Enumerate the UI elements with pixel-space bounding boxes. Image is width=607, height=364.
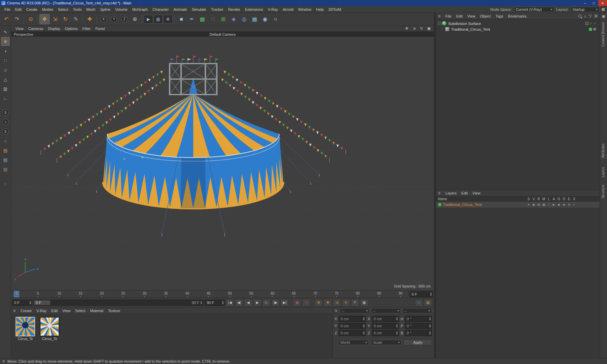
axis-mode-button[interactable]: ∟: [1, 94, 10, 102]
layer-stack-button[interactable]: ▤: [424, 299, 432, 306]
layer-toggle-manager-icon[interactable]: ▦: [541, 203, 546, 206]
spinner-icon[interactable]: [395, 316, 399, 322]
menu-extensions[interactable]: Extensions: [242, 6, 265, 12]
spinner-icon[interactable]: [28, 300, 32, 305]
spinner-icon[interactable]: [362, 323, 366, 329]
coord-header-dropdown-2[interactable]: --▾: [402, 308, 432, 313]
add-spline-button[interactable]: ✒: [187, 14, 197, 24]
mat-menu-create[interactable]: Create: [18, 309, 34, 313]
menu-edit[interactable]: Edit: [13, 6, 24, 12]
hamburger-icon[interactable]: ≡: [13, 308, 16, 313]
zoom-view-icon[interactable]: ⇲: [411, 26, 417, 31]
close-button[interactable]: ✕: [598, 0, 607, 6]
filter-icon[interactable]: ▽: [589, 14, 591, 18]
goto-end-button[interactable]: ▶|: [281, 299, 289, 306]
coord-field-size-x[interactable]: 0 cm: [372, 316, 399, 322]
mat-menu-select[interactable]: Select: [73, 309, 88, 313]
menu-mesh[interactable]: Mesh: [84, 6, 98, 12]
menu-spline[interactable]: Spline: [98, 6, 113, 12]
visibility-dot[interactable]: [593, 28, 596, 31]
add-subdivision-surface-button[interactable]: ▩: [197, 14, 207, 24]
add-panel-icon[interactable]: ⊞: [595, 14, 598, 18]
menu-file[interactable]: File: [2, 6, 13, 12]
coordinate-system-button[interactable]: ⊕: [130, 14, 140, 24]
layer-toggle-solo-icon[interactable]: ●: [526, 203, 531, 206]
object-row-subdivision-surface[interactable]: −Subdivision Surface✓✓: [436, 21, 600, 26]
menu-v-ray[interactable]: V-Ray: [265, 6, 280, 12]
ruler-track[interactable]: 051015202530354045505560657075808590: [12, 291, 408, 298]
side-tab-structure[interactable]: Structure: [601, 185, 605, 199]
hamburger-icon[interactable]: ≡: [335, 308, 337, 313]
layers-menu-layers[interactable]: Layers: [443, 191, 459, 195]
add-cube-button[interactable]: ■: [176, 14, 186, 24]
menu-create[interactable]: Create: [24, 6, 40, 12]
add-deformer-button[interactable]: ◈: [229, 14, 239, 24]
spinner-icon[interactable]: [429, 292, 433, 297]
coord-size-mode-select[interactable]: Scale▾: [371, 340, 402, 345]
menu-arnold[interactable]: Arnold: [280, 6, 296, 12]
material-thumbnail[interactable]: [40, 317, 59, 336]
add-array-button[interactable]: ∷: [208, 14, 218, 24]
enable-snapping-button[interactable]: ∩: [1, 136, 10, 145]
spinner-icon[interactable]: [395, 330, 399, 336]
timeline-ruler[interactable]: 051015202530354045505560657075808590 0 F: [11, 291, 434, 298]
maximize-view-icon[interactable]: ▣: [426, 26, 432, 31]
scale-key-toggle[interactable]: ⇲: [333, 299, 341, 306]
live-selection-button[interactable]: ⊙: [26, 14, 36, 24]
slider-handle[interactable]: 0 F: [34, 300, 50, 305]
parameter-key-toggle[interactable]: P: [351, 299, 359, 306]
om-menu-tags[interactable]: Tags: [493, 14, 505, 18]
om-menu-object[interactable]: Object: [478, 14, 493, 18]
next-frame-button[interactable]: ▷: [262, 299, 270, 306]
prev-key-button[interactable]: ◀|: [235, 299, 243, 306]
layer-toggle-render-icon[interactable]: ▤: [536, 203, 541, 206]
side-tab-layers[interactable]: Layers: [601, 167, 605, 177]
scale-tool-button[interactable]: ⇲: [50, 14, 60, 24]
menu-volume[interactable]: Volume: [113, 6, 130, 12]
layer-toggle-lock-icon[interactable]: □: [546, 203, 551, 206]
search-icon[interactable]: [578, 14, 581, 18]
panel-dock-icon[interactable]: ▣: [600, 13, 607, 19]
spinner-icon[interactable]: [221, 300, 225, 305]
mat-menu-edit[interactable]: Edit: [49, 309, 60, 313]
spinner-icon[interactable]: [362, 316, 366, 322]
node-space-select[interactable]: Current (V-Ray)▾: [514, 7, 554, 12]
mat-menu-material[interactable]: Material: [88, 309, 106, 313]
menu-select[interactable]: Select: [56, 6, 71, 12]
mat-menu-texture[interactable]: Texture: [106, 309, 122, 313]
add-tool-button[interactable]: ✚: [85, 14, 95, 24]
menu-simulate[interactable]: Simulate: [190, 6, 209, 12]
menu-render[interactable]: Render: [226, 6, 242, 12]
points-mode-button[interactable]: ∷: [1, 56, 10, 65]
side-tab-content-browser[interactable]: Content Browser: [601, 22, 605, 47]
rotate-view-icon[interactable]: ↻: [418, 26, 425, 31]
menu-tools[interactable]: Tools: [70, 6, 84, 12]
snap-auto-button[interactable]: S: [1, 127, 10, 136]
end-frame-field[interactable]: 90 F: [205, 300, 225, 306]
polygons-mode-button[interactable]: △: [1, 75, 10, 84]
slider-end[interactable]: 90 F‖: [192, 300, 202, 305]
coord-field-rotation-p[interactable]: 0 °: [405, 323, 432, 329]
layout-select[interactable]: Startup▾: [571, 7, 600, 12]
add-field-button[interactable]: ▦: [250, 14, 260, 24]
viewport-solo-button[interactable]: ◌: [1, 179, 10, 188]
layer-toggle-xref-icon[interactable]: ×: [572, 203, 577, 206]
vp-menu-display[interactable]: Display: [46, 27, 62, 31]
visibility-toggle[interactable]: [585, 22, 588, 25]
workplane-mode-button[interactable]: ▤: [1, 146, 10, 155]
rotation-key-toggle[interactable]: ↻: [342, 299, 350, 306]
coord-field-position-z[interactable]: 0 cm: [339, 330, 366, 336]
planar-workplane-button[interactable]: ▤: [1, 165, 10, 174]
lock-x-button[interactable]: X: [98, 14, 109, 24]
ruler-frame-value[interactable]: 0 F: [412, 292, 417, 296]
layer-toggle-view-icon[interactable]: ◉: [531, 203, 536, 206]
apply-button[interactable]: Apply: [404, 339, 432, 345]
hamburger-icon[interactable]: ≡: [438, 14, 440, 19]
spinner-icon[interactable]: [428, 323, 432, 329]
add-light-button[interactable]: ○: [270, 14, 281, 24]
snap-magnet-button[interactable]: ∩: [415, 299, 423, 306]
autokey-button[interactable]: ○: [302, 299, 310, 306]
coord-header-dropdown-0[interactable]: --▾: [340, 308, 370, 313]
convert-tool-button[interactable]: ✎: [1, 28, 10, 36]
om-menu-edit[interactable]: Edit: [454, 14, 465, 18]
